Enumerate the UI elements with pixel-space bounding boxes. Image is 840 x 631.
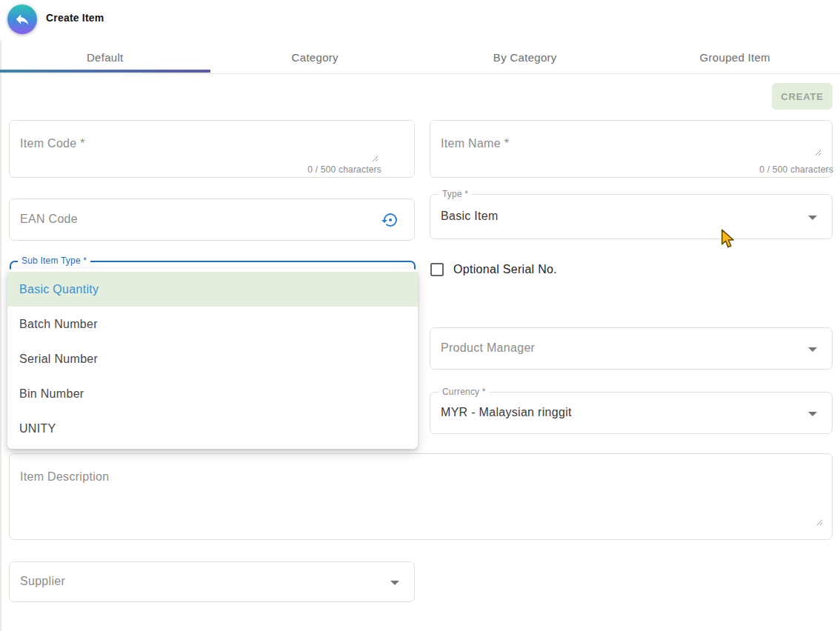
item-name-input[interactable]: Item Name * 0 / 500 characters — [430, 120, 833, 178]
supplier-placeholder: Supplier — [20, 575, 65, 588]
resize-handle-icon[interactable] — [815, 146, 821, 159]
ean-code-placeholder: EAN Code — [20, 213, 78, 226]
tab-by-category[interactable]: By Category — [420, 41, 630, 74]
item-name-placeholder: Item Name * — [441, 137, 509, 150]
chevron-down-icon — [808, 412, 817, 416]
tab-bar-divider — [0, 73, 840, 74]
menu-option-batch-number[interactable]: Batch Number — [7, 307, 418, 341]
item-code-input[interactable]: Item Code * 0 / 500 characters — [9, 120, 415, 178]
product-manager-select[interactable]: Product Manager — [430, 327, 833, 370]
tab-category[interactable]: Category — [210, 41, 421, 74]
generate-code-icon[interactable] — [381, 211, 399, 229]
resize-handle-icon[interactable] — [372, 152, 379, 165]
item-name-counter: 0 / 500 characters — [759, 164, 833, 175]
item-description-input[interactable]: Item Description — [9, 453, 833, 540]
chevron-down-icon — [808, 216, 817, 220]
menu-option-bin-number[interactable]: Bin Number — [7, 376, 418, 411]
chevron-down-icon — [390, 581, 399, 585]
sub-item-type-label: Sub Item Type * — [18, 256, 90, 266]
create-button[interactable]: CREATE — [772, 83, 833, 110]
currency-select[interactable]: Currency * MYR - Malaysian ringgit — [430, 392, 833, 434]
back-button[interactable] — [7, 4, 37, 34]
create-item-screen: Create Item Default Category By Category… — [0, 0, 840, 631]
window-left-edge — [0, 41, 1, 631]
item-code-counter: 0 / 500 characters — [307, 164, 381, 175]
tab-grouped-item[interactable]: Grouped Item — [630, 41, 840, 74]
back-arrow-icon — [14, 11, 30, 27]
checkbox-icon[interactable] — [430, 263, 444, 276]
active-tab-indicator — [0, 70, 210, 73]
currency-value: MYR - Malaysian ringgit — [441, 406, 572, 419]
chevron-down-icon — [808, 347, 817, 352]
type-select[interactable]: Type * Basic Item — [430, 194, 833, 239]
page-title: Create Item — [46, 12, 104, 24]
item-description-placeholder: Item Description — [20, 470, 109, 484]
type-label: Type * — [439, 189, 472, 199]
menu-option-serial-number[interactable]: Serial Number — [7, 341, 418, 376]
optional-serial-label: Optional Serial No. — [453, 263, 557, 276]
type-value: Basic Item — [441, 210, 499, 223]
optional-serial-checkbox-row[interactable]: Optional Serial No. — [430, 261, 557, 278]
resize-handle-icon[interactable] — [816, 515, 823, 529]
item-code-placeholder: Item Code * — [20, 137, 85, 150]
header: Create Item — [0, 0, 840, 41]
menu-option-basic-quantity[interactable]: Basic Quantity — [7, 272, 418, 307]
currency-label: Currency * — [439, 387, 490, 397]
ean-code-input[interactable]: EAN Code — [9, 198, 415, 241]
product-manager-placeholder: Product Manager — [441, 341, 535, 355]
sub-item-type-menu: Basic Quantity Batch Number Serial Numbe… — [7, 269, 418, 449]
supplier-select[interactable]: Supplier — [9, 561, 415, 602]
menu-option-unity[interactable]: UNITY — [7, 411, 418, 446]
